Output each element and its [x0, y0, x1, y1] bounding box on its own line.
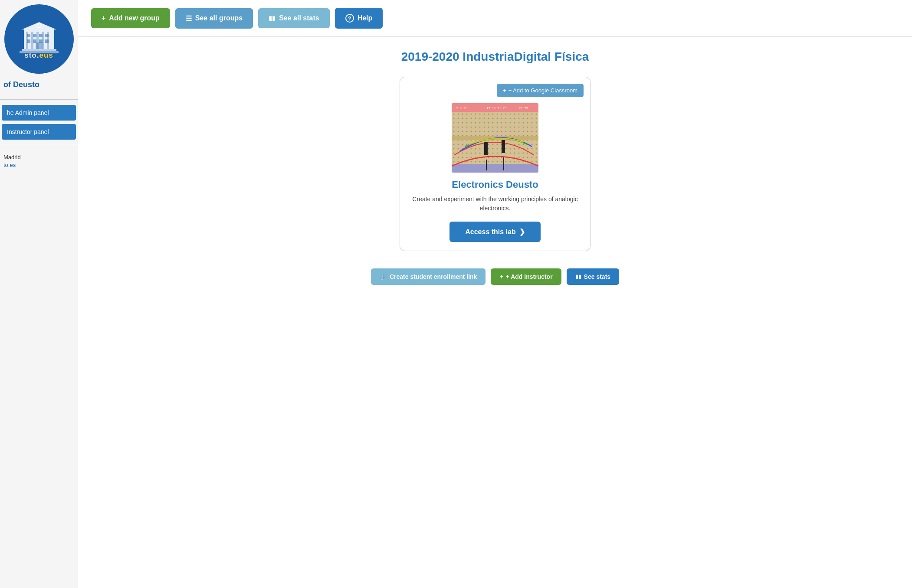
add-classroom-button[interactable]: + + Add to Google Classroom — [497, 84, 584, 97]
sidebar: sto.eus of Deusto he Admin panel Instruc… — [0, 0, 78, 588]
logo-building-icon — [17, 19, 61, 53]
help-button[interactable]: ? Help — [335, 8, 383, 29]
plus-classroom-icon: + — [503, 87, 506, 94]
bar-chart-icon: ▮▮ — [269, 15, 276, 22]
enrollment-label: Create student enrollment link — [390, 273, 477, 280]
see-stats-label: See all stats — [279, 14, 319, 22]
page-title: 2019-2020 IndustriaDigital Física — [401, 50, 589, 64]
add-classroom-label: + Add to Google Classroom — [508, 87, 577, 94]
see-stats-button[interactable]: ▮▮ See all stats — [258, 8, 330, 28]
sidebar-location: Madrid to.es — [0, 149, 78, 173]
location-city: Madrid — [3, 154, 74, 160]
sidebar-title: of Deusto — [0, 80, 78, 89]
plus-instructor-icon: + — [499, 273, 503, 280]
see-groups-label: See all groups — [195, 14, 243, 22]
list-icon — [186, 14, 192, 23]
sidebar-divider — [0, 99, 78, 100]
plus-icon — [102, 14, 105, 22]
sidebar-divider-2 — [0, 145, 78, 145]
svg-text:7  9  11: 7 9 11 — [456, 107, 467, 110]
svg-rect-11 — [27, 39, 30, 43]
lab-card: + + Add to Google Classroom — [400, 77, 591, 251]
svg-rect-28 — [484, 142, 488, 155]
svg-rect-7 — [27, 34, 30, 37]
svg-rect-10 — [45, 34, 49, 37]
access-lab-label: Access this lab — [465, 228, 516, 236]
svg-text:27 29: 27 29 — [519, 107, 528, 110]
see-stats-small-button[interactable]: ▮▮ See stats — [567, 268, 619, 285]
svg-rect-18 — [36, 42, 43, 49]
instructor-panel-button[interactable]: Instructor panel — [2, 124, 76, 140]
svg-rect-14 — [45, 39, 49, 43]
see-stats-small-label: See stats — [584, 273, 610, 280]
svg-rect-9 — [39, 34, 43, 37]
page-content: 2019-2020 IndustriaDigital Física + + Ad… — [78, 37, 912, 588]
see-groups-button[interactable]: See all groups — [175, 8, 253, 29]
lab-name: Electronics Deusto — [452, 179, 538, 190]
logo: sto.eus — [4, 4, 74, 74]
add-instructor-button[interactable]: + + Add instructor — [491, 268, 561, 285]
chevron-right-icon: ❯ — [519, 228, 525, 236]
bar-icon: ▮▮ — [575, 274, 581, 280]
help-label: Help — [358, 14, 373, 22]
svg-rect-8 — [33, 34, 36, 37]
lab-image: 7 9 11 17 19 21 23 27 29 — [452, 103, 538, 173]
add-group-button[interactable]: Add new group — [91, 8, 170, 28]
svg-text:17 19 21 23: 17 19 21 23 — [486, 107, 506, 110]
main-area: Add new group See all groups ▮▮ See all … — [78, 0, 912, 588]
svg-rect-13 — [39, 39, 43, 43]
add-group-label: Add new group — [109, 14, 159, 22]
location-link[interactable]: to.es — [3, 162, 16, 168]
svg-rect-12 — [33, 39, 36, 43]
admin-panel-button[interactable]: he Admin panel — [2, 105, 76, 121]
lab-description: Create and experiment with the working p… — [409, 195, 581, 213]
access-lab-button[interactable]: Access this lab ❯ — [449, 222, 541, 242]
breadboard-svg: 7 9 11 17 19 21 23 27 29 — [452, 103, 538, 173]
enrollment-link-button[interactable]: 🔗 Create student enrollment link — [371, 268, 486, 285]
svg-rect-22 — [452, 164, 538, 173]
help-icon: ? — [345, 14, 354, 23]
add-instructor-label: + Add instructor — [506, 273, 553, 280]
toolbar: Add new group See all groups ▮▮ See all … — [78, 0, 912, 37]
svg-rect-29 — [502, 140, 505, 153]
bottom-action-bar: 🔗 Create student enrollment link + + Add… — [371, 262, 619, 294]
link-icon: 🔗 — [380, 273, 387, 280]
